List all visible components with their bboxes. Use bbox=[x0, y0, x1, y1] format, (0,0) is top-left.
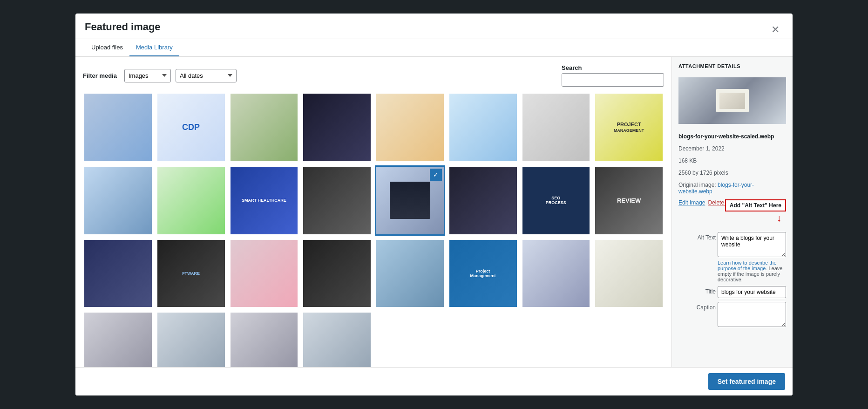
title-field-pair: Title bbox=[678, 286, 786, 298]
edit-image-link[interactable]: Edit Image bbox=[678, 199, 705, 206]
media-item[interactable] bbox=[156, 311, 226, 367]
selected-check-badge: ✓ bbox=[430, 169, 442, 181]
original-label: Original image: bbox=[678, 182, 716, 188]
attachment-filesize: 168 KB bbox=[678, 157, 786, 164]
sidebar-actions: Edit Image Delete permanently Add "Alt T… bbox=[678, 199, 786, 207]
media-area: Filter media Images Audio Video All date… bbox=[75, 57, 671, 367]
close-button[interactable]: ✕ bbox=[767, 23, 783, 37]
attachment-filename: blogs-for-your-website-scaled.webp bbox=[678, 133, 786, 140]
attachment-thumbnail bbox=[678, 77, 786, 124]
annotation-arrow: ↓ bbox=[678, 213, 786, 223]
media-item[interactable] bbox=[521, 92, 591, 163]
attachment-date: December 1, 2022 bbox=[678, 145, 786, 152]
attachment-original-row: Original image: blogs-for-your-website.w… bbox=[678, 182, 786, 195]
add-alt-text-annotation: Add "Alt Text" Here bbox=[725, 199, 786, 211]
media-grid-wrapper: CDP PROJECT MANAGEMENT bbox=[75, 92, 671, 367]
alt-text-input[interactable] bbox=[718, 232, 786, 257]
media-item[interactable] bbox=[521, 239, 591, 309]
media-item[interactable] bbox=[83, 239, 153, 309]
alt-text-field-pair: Alt Text Learn how to describe the purpo… bbox=[678, 232, 786, 282]
media-item[interactable] bbox=[156, 165, 226, 236]
title-label: Title bbox=[678, 286, 716, 295]
media-item[interactable] bbox=[83, 311, 153, 367]
attachment-details-label: ATTACHMENT DETAILS bbox=[678, 63, 786, 69]
media-item[interactable] bbox=[375, 239, 445, 309]
set-featured-image-button[interactable]: Set featured image bbox=[708, 373, 785, 390]
filter-label: Filter media bbox=[83, 72, 117, 79]
featured-image-modal: Featured image ✕ Upload files Media Libr… bbox=[75, 14, 793, 395]
fields-section: Alt Text Learn how to describe the purpo… bbox=[678, 232, 786, 331]
media-item[interactable] bbox=[594, 311, 664, 367]
caption-field-pair: Caption bbox=[678, 302, 786, 327]
filter-type-select[interactable]: Images Audio Video bbox=[124, 69, 171, 82]
media-item[interactable] bbox=[229, 239, 299, 309]
media-item[interactable]: CDP bbox=[156, 92, 226, 163]
filter-date-select[interactable]: All dates December 2022 January 2023 bbox=[176, 69, 237, 82]
media-item[interactable]: FTWARE bbox=[156, 239, 226, 309]
tab-media-library[interactable]: Media Library bbox=[129, 39, 179, 56]
media-item[interactable] bbox=[83, 165, 153, 236]
media-item[interactable]: PROJECT MANAGEMENT bbox=[594, 92, 664, 163]
alt-text-label: Alt Text bbox=[678, 232, 716, 241]
media-item[interactable] bbox=[229, 92, 299, 163]
modal-tabs: Upload files Media Library bbox=[75, 39, 793, 57]
media-item[interactable]: SEOPROCESS bbox=[521, 165, 591, 236]
modal-header: Featured image ✕ bbox=[75, 14, 793, 39]
media-item[interactable] bbox=[375, 92, 445, 163]
attachment-details-panel: ATTACHMENT DETAILS blogs-for-your-websit… bbox=[671, 57, 793, 367]
filter-bar: Filter media Images Audio Video All date… bbox=[75, 64, 671, 92]
search-label: Search bbox=[562, 64, 664, 71]
tab-upload[interactable]: Upload files bbox=[85, 39, 129, 56]
media-item[interactable] bbox=[448, 311, 518, 367]
media-item[interactable] bbox=[302, 239, 372, 309]
media-item[interactable]: REVIEW bbox=[594, 165, 664, 236]
modal-body: Filter media Images Audio Video All date… bbox=[75, 57, 793, 367]
media-item[interactable] bbox=[83, 92, 153, 163]
alt-text-hint: Learn how to describe the purpose of the… bbox=[718, 260, 786, 282]
media-item[interactable] bbox=[302, 165, 372, 236]
modal-footer: Set featured image bbox=[75, 367, 793, 395]
modal-title: Featured image bbox=[85, 21, 161, 39]
search-input[interactable] bbox=[562, 73, 664, 87]
media-item[interactable] bbox=[521, 311, 591, 367]
media-item[interactable] bbox=[594, 239, 664, 309]
caption-label: Caption bbox=[678, 302, 716, 311]
search-area: Search bbox=[562, 64, 664, 87]
media-item[interactable] bbox=[375, 311, 445, 367]
media-grid: CDP PROJECT MANAGEMENT bbox=[83, 92, 664, 367]
media-item[interactable]: SMART HEALTHCARE bbox=[229, 165, 299, 236]
media-item[interactable] bbox=[229, 311, 299, 367]
media-item[interactable] bbox=[448, 92, 518, 163]
caption-input[interactable] bbox=[718, 302, 786, 327]
attachment-dimensions: 2560 by 1726 pixels bbox=[678, 170, 786, 176]
media-item-selected[interactable]: ✓ bbox=[375, 165, 445, 236]
media-item[interactable] bbox=[448, 165, 518, 236]
media-item[interactable]: ProjectManagement bbox=[448, 239, 518, 309]
media-item[interactable] bbox=[302, 311, 372, 367]
title-input[interactable] bbox=[718, 286, 786, 298]
media-item[interactable] bbox=[302, 92, 372, 163]
